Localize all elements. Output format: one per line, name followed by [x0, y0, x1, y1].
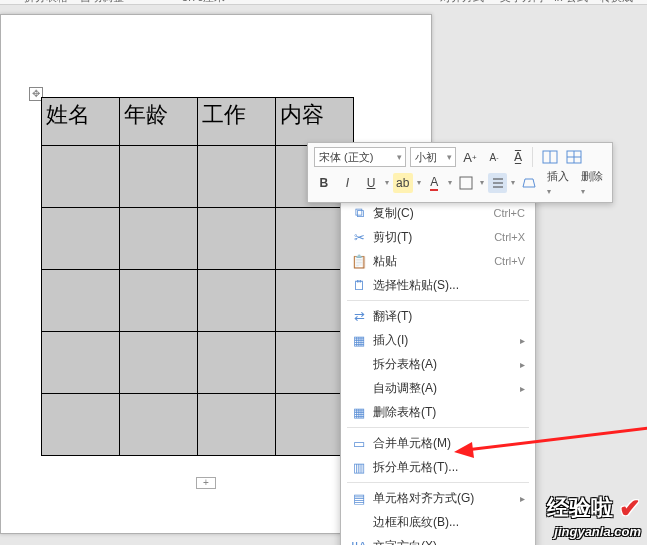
ribbon-align[interactable]: 对齐方式 [440, 0, 484, 5]
table-header-cell[interactable]: 内容 [276, 98, 354, 146]
ctx-paste-special[interactable]: 🗒 选择性粘贴(S)... [341, 273, 535, 297]
insert-icon: ▦ [349, 333, 369, 348]
svg-marker-9 [523, 179, 535, 187]
translate-icon: ⇄ [349, 309, 369, 324]
shading-button[interactable] [519, 173, 539, 193]
context-menu: ⧉ 复制(C) Ctrl+C ✂ 剪切(T) Ctrl+X 📋 粘贴 Ctrl+… [340, 196, 536, 545]
ribbon-fragments: 拆分表格 自动调整 5.76厘米 B 对齐方式 文字方向 fx 公式 转换成 [0, 0, 647, 14]
split-cells-icon: ▥ [349, 460, 369, 475]
ctx-insert[interactable]: ▦ 插入(I) ▸ [341, 328, 535, 352]
ribbon-dimension[interactable]: 5.76厘米 [182, 0, 225, 5]
submenu-arrow-icon: ▸ [520, 383, 525, 394]
table-row [42, 208, 354, 270]
underline-button[interactable]: U [361, 173, 381, 193]
case-button[interactable]: A̲̅ [508, 147, 528, 167]
highlight-button[interactable]: ab [393, 173, 413, 193]
ctx-split-table[interactable]: 拆分表格(A) ▸ [341, 352, 535, 376]
ctx-autofit[interactable]: 自动调整(A) ▸ [341, 376, 535, 400]
delete-table-icon: ▦ [349, 405, 369, 420]
ctx-cut[interactable]: ✂ 剪切(T) Ctrl+X [341, 225, 535, 249]
font-name-select[interactable]: 宋体 (正文) [314, 147, 406, 167]
ctx-cell-align[interactable]: ▤ 单元格对齐方式(G) ▸ [341, 486, 535, 510]
table-row [42, 270, 354, 332]
delete-dropdown[interactable]: 删除▾ [581, 169, 607, 196]
ribbon-textdir[interactable]: 文字方向 [500, 0, 544, 5]
copy-icon: ⧉ [349, 205, 369, 221]
font-size-select[interactable]: 小初 [410, 147, 456, 167]
watermark-url: jingyanla.com [547, 524, 641, 539]
border-button[interactable] [456, 173, 476, 193]
decrease-font-button[interactable]: A- [484, 147, 504, 167]
italic-button[interactable]: I [338, 173, 358, 193]
ctx-text-direction[interactable]: IIA 文字方向(X)... [341, 534, 535, 545]
ribbon-auto-adjust[interactable]: 自动调整 [80, 0, 124, 5]
check-icon: ✔ [619, 493, 641, 523]
table-row: 姓名 年龄 工作 内容 [42, 98, 354, 146]
submenu-arrow-icon: ▸ [520, 359, 525, 370]
increase-font-button[interactable]: A+ [460, 147, 480, 167]
ribbon-split-table[interactable]: 拆分表格 [24, 0, 68, 5]
insert-dropdown[interactable]: 插入▾ [547, 169, 573, 196]
table-header-cell[interactable]: 姓名 [42, 98, 120, 146]
table-header-cell[interactable]: 年龄 [120, 98, 198, 146]
merge-cells-icon: ▭ [349, 436, 369, 451]
ctx-delete-table[interactable]: ▦ 删除表格(T) [341, 400, 535, 424]
font-color-button[interactable]: A [425, 173, 445, 193]
font-size-value: 小初 [415, 150, 437, 165]
table-row [42, 332, 354, 394]
svg-rect-5 [460, 177, 472, 189]
merge-cells-button[interactable] [540, 147, 560, 167]
paste-icon: 📋 [349, 254, 369, 269]
bold-button[interactable]: B [314, 173, 334, 193]
table-header-cell[interactable]: 工作 [198, 98, 276, 146]
watermark-brand: 经验啦 [547, 495, 613, 520]
paste-special-icon: 🗒 [349, 278, 369, 293]
font-name-value: 宋体 (正文) [319, 150, 373, 165]
submenu-arrow-icon: ▸ [520, 335, 525, 346]
table-row [42, 394, 354, 456]
watermark: 经验啦 ✔ jingyanla.com [547, 493, 641, 539]
ribbon-convert[interactable]: 转换成 [600, 0, 633, 5]
align-button[interactable] [488, 173, 508, 193]
ribbon-fx[interactable]: fx 公式 [554, 0, 588, 5]
text-direction-icon: IIA [349, 539, 369, 546]
scissors-icon: ✂ [349, 230, 369, 245]
submenu-arrow-icon: ▸ [520, 493, 525, 504]
split-cells-button[interactable] [564, 147, 584, 167]
ctx-merge-cells[interactable]: ▭ 合并单元格(M) [341, 431, 535, 455]
ctx-paste[interactable]: 📋 粘贴 Ctrl+V [341, 249, 535, 273]
ctx-translate[interactable]: ⇄ 翻译(T) [341, 304, 535, 328]
add-row-button[interactable]: + [196, 477, 216, 489]
align-icon: ▤ [349, 491, 369, 506]
ctx-copy[interactable]: ⧉ 复制(C) Ctrl+C [341, 201, 535, 225]
ctx-borders[interactable]: 边框和底纹(B)... [341, 510, 535, 534]
ctx-split-cells[interactable]: ▥ 拆分单元格(T)... [341, 455, 535, 479]
mini-toolbar: 宋体 (正文) 小初 A+ A- A̲̅ B I U ▾ ab ▾ A ▾ ▾ … [307, 142, 613, 203]
